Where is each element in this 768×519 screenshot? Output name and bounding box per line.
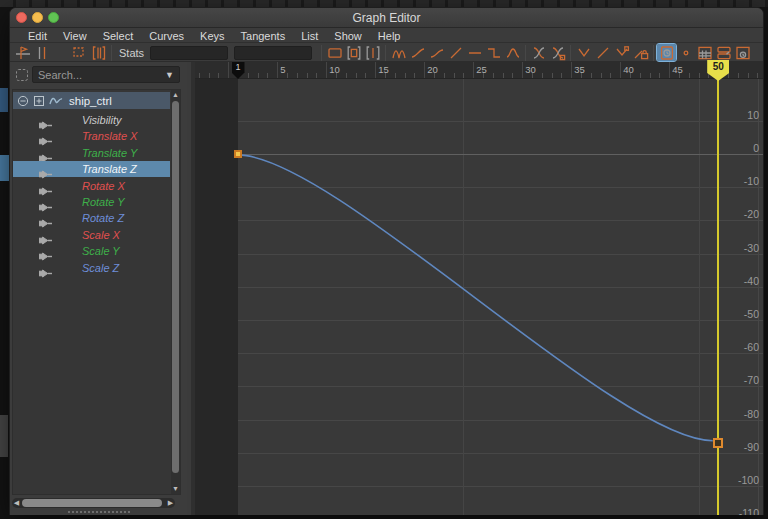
animation-curve[interactable]	[195, 62, 763, 515]
time-editor-icon[interactable]	[733, 44, 752, 61]
toolbar-separator	[525, 45, 526, 61]
frame-all-icon[interactable]	[325, 44, 344, 61]
collapse-icon[interactable]	[17, 95, 29, 107]
scroll-up-arrow[interactable]: ▲	[171, 90, 180, 100]
window-titlebar[interactable]: Graph Editor	[10, 8, 763, 28]
channel-row-rotate-x[interactable]: Rotate X	[13, 178, 170, 194]
ruler-major-tick	[473, 62, 474, 78]
stats-value-field[interactable]	[234, 46, 312, 60]
ruler-frame-label: 20	[427, 64, 438, 75]
scroll-right-arrow[interactable]: ▶	[166, 498, 175, 508]
ruler-frame-label: 40	[623, 64, 634, 75]
ruler-minor-tick	[209, 73, 210, 78]
ruler-minor-tick	[414, 73, 415, 78]
linear-tangent-icon[interactable]	[446, 44, 465, 61]
region-tool-icon[interactable]	[70, 44, 89, 61]
horizontal-scroll-thumb[interactable]	[22, 499, 162, 507]
dope-sheet-icon[interactable]	[695, 44, 714, 61]
ruler-major-tick	[620, 62, 621, 78]
center-current-time-icon[interactable]	[363, 44, 382, 61]
channel-label: Rotate X	[82, 180, 125, 192]
ruler-minor-tick	[454, 73, 455, 78]
menu-help[interactable]: Help	[370, 29, 409, 43]
channel-row-translate-z[interactable]: Translate Z	[13, 161, 170, 177]
plateau-tangent-icon[interactable]	[503, 44, 522, 61]
ruler-minor-tick	[650, 73, 651, 78]
outliner-vertical-scrollbar[interactable]: ▲ ▼	[171, 90, 180, 494]
ruler-major-tick	[228, 62, 229, 78]
menu-edit[interactable]: Edit	[20, 29, 55, 43]
spline-tangent-icon[interactable]	[408, 44, 427, 61]
ruler-frame-label: 25	[476, 64, 487, 75]
frame-selection-icon[interactable]	[344, 44, 363, 61]
toolbar-separator	[321, 45, 322, 61]
graph-editor-window: Graph Editor EditViewSelectCurvesKeysTan…	[9, 7, 764, 515]
channel-row-scale-y[interactable]: Scale Y	[13, 243, 170, 259]
menu-curves[interactable]: Curves	[141, 29, 192, 43]
scroll-down-arrow[interactable]: ▼	[171, 484, 180, 494]
stats-label: Stats	[119, 47, 144, 59]
tree-node-ship-ctrl[interactable]: ship_ctrl	[13, 92, 170, 109]
lock-tangent-weight-icon[interactable]	[631, 44, 650, 61]
desktop-background: Graph Editor EditViewSelectCurvesKeysTan…	[0, 0, 768, 519]
menu-bar: EditViewSelectCurvesKeysTangentsListShow…	[10, 29, 763, 43]
buffer-curve-snapshot-icon[interactable]	[529, 44, 548, 61]
channel-row-rotate-y[interactable]: Rotate Y	[13, 194, 170, 210]
outliner-horizontal-scrollbar[interactable]: ◀ ▶	[12, 498, 175, 508]
ruler-minor-tick	[591, 73, 592, 78]
content-area: Search... ▼ VisibilityTranslate XTransla…	[10, 62, 763, 515]
search-input[interactable]: Search... ▼	[32, 66, 180, 83]
curve-key-end[interactable]	[713, 438, 723, 448]
toolbar: Stats	[10, 44, 763, 62]
menu-tangents[interactable]: Tangents	[233, 29, 294, 43]
channel-row-rotate-z[interactable]: Rotate Z	[13, 210, 170, 226]
stats-time-field[interactable]	[150, 46, 228, 60]
ruler-minor-tick	[444, 73, 445, 78]
move-key-tool-icon[interactable]	[13, 44, 32, 61]
unify-tangents-icon[interactable]	[612, 44, 631, 61]
channel-row-scale-x[interactable]: Scale X	[13, 227, 170, 243]
time-snap-icon[interactable]	[657, 44, 676, 61]
value-snap-icon[interactable]	[676, 44, 695, 61]
channel-row-translate-x[interactable]: Translate X	[13, 128, 170, 144]
time-ruler[interactable]: 51015202530354045	[195, 62, 763, 79]
vertical-scroll-thumb[interactable]	[172, 101, 179, 473]
retime-tool-icon[interactable]	[89, 44, 108, 61]
stacked-curves-icon[interactable]	[714, 44, 733, 61]
ruler-minor-tick	[346, 73, 347, 78]
lattice-deform-tool-icon[interactable]	[51, 44, 70, 61]
insert-key-tool-icon[interactable]	[32, 44, 51, 61]
toolbar-separator	[653, 45, 654, 61]
ruler-minor-tick	[365, 73, 366, 78]
free-tangent-weight-icon[interactable]	[593, 44, 612, 61]
menu-list[interactable]: List	[293, 29, 326, 43]
toolbar-separator	[111, 45, 112, 61]
menu-keys[interactable]: Keys	[192, 29, 232, 43]
swap-buffer-curve-icon[interactable]	[548, 44, 567, 61]
channel-row-scale-z[interactable]: Scale Z	[13, 260, 170, 276]
graph-plot-area[interactable]: 100-10-20-30-40-50-60-70-80-90-100-11051…	[191, 62, 763, 515]
filter-icon[interactable]	[15, 68, 29, 86]
ruler-major-tick	[669, 62, 670, 78]
break-tangents-icon[interactable]	[574, 44, 593, 61]
ruler-minor-tick	[542, 73, 543, 78]
auto-tangent-icon[interactable]	[389, 44, 408, 61]
search-dropdown-arrow[interactable]: ▼	[165, 70, 174, 80]
background-app-icon-strip	[0, 0, 768, 7]
panel-resize-grip[interactable]	[68, 511, 130, 513]
channel-row-visibility[interactable]: Visibility	[13, 112, 170, 128]
menu-view[interactable]: View	[55, 29, 95, 43]
ruler-minor-tick	[395, 73, 396, 78]
ruler-major-tick	[375, 62, 376, 78]
step-tangent-icon[interactable]	[484, 44, 503, 61]
ruler-minor-tick	[699, 73, 700, 78]
expand-icon[interactable]	[33, 95, 45, 107]
clamped-tangent-icon[interactable]	[427, 44, 446, 61]
flat-tangent-icon[interactable]	[465, 44, 484, 61]
menu-select[interactable]: Select	[95, 29, 142, 43]
scroll-left-arrow[interactable]: ◀	[12, 498, 21, 508]
menu-show[interactable]: Show	[326, 29, 370, 43]
window-title: Graph Editor	[10, 11, 763, 25]
channel-row-translate-y[interactable]: Translate Y	[13, 145, 170, 161]
curve-key-start[interactable]	[234, 150, 242, 158]
